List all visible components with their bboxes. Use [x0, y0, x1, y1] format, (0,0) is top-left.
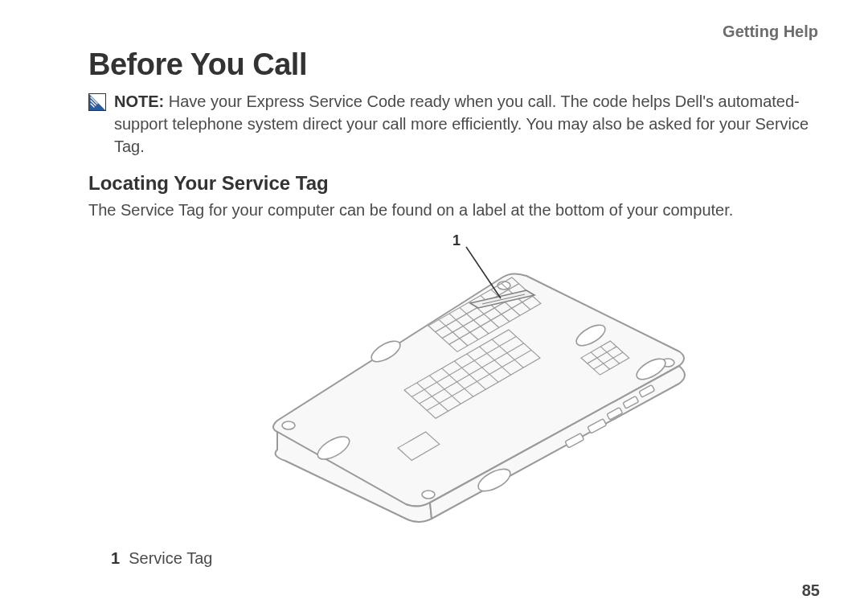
note-block: NOTE: Have your Express Service Code rea… [88, 90, 820, 158]
note-text: NOTE: Have your Express Service Code rea… [114, 90, 820, 158]
page-number: 85 [802, 581, 820, 600]
manual-page: Getting Help Before You Call NOTE: Have … [0, 0, 868, 616]
page-title: Before You Call [88, 47, 820, 82]
svg-point-4 [422, 491, 435, 499]
legend-number: 1 [111, 549, 120, 567]
note-body: Have your Express Service Code ready whe… [114, 92, 809, 155]
section-header: Getting Help [88, 23, 820, 41]
subheading: Locating Your Service Tag [88, 172, 820, 195]
service-tag-diagram: 1 [205, 223, 703, 544]
svg-point-3 [282, 421, 295, 429]
legend-text: Service Tag [129, 549, 212, 567]
figure-legend: 1 Service Tag [88, 549, 820, 568]
body-paragraph: The Service Tag for your computer can be… [88, 201, 820, 220]
callout-number: 1 [452, 232, 461, 248]
note-icon [88, 93, 106, 117]
note-label: NOTE: [114, 92, 164, 110]
